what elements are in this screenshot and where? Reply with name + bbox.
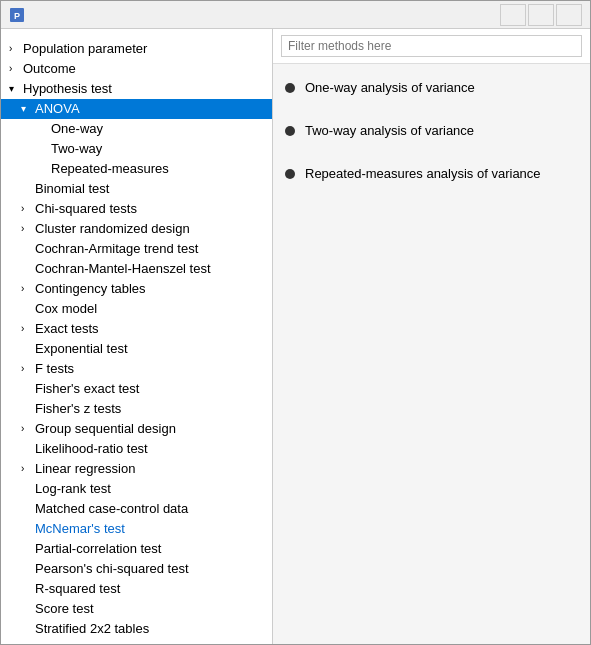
main-window: P ›Population parameter›Outcome▾Hypothes… (0, 0, 591, 645)
minimize-button[interactable] (500, 4, 526, 26)
tree-label-cluster-randomized-design: Cluster randomized design (35, 220, 268, 238)
tree-label-linear-regression: Linear regression (35, 460, 268, 478)
tree-item-contingency-tables[interactable]: ›Contingency tables (1, 279, 272, 299)
close-button[interactable] (556, 4, 582, 26)
chevron-icon-chi-squared-tests: › (21, 200, 35, 218)
tree-label-score-test: Score test (35, 600, 268, 618)
chevron-icon-group-sequential-design: › (21, 420, 35, 438)
tree-label-r-squared-test: R-squared test (35, 580, 268, 598)
tree-item-linear-regression[interactable]: ›Linear regression (1, 459, 272, 479)
chevron-icon-contingency-tables: › (21, 280, 35, 298)
tree-label-repeated-measures: Repeated-measures (51, 160, 268, 178)
tree-label-hypothesis-test: Hypothesis test (23, 80, 268, 98)
filter-input[interactable] (281, 35, 582, 57)
tree-item-fishers-exact-test[interactable]: Fisher's exact test (1, 379, 272, 399)
method-bullet-repeated-measures-anova (285, 169, 295, 179)
tree-label-cochran-mantel-haenszel-test: Cochran-Mantel-Haenszel test (35, 260, 268, 278)
chevron-icon-exact-tests: › (21, 320, 35, 338)
tree-item-score-test[interactable]: Score test (1, 599, 272, 619)
tree-item-stratified-2x2-tables[interactable]: Stratified 2x2 tables (1, 619, 272, 639)
chevron-icon-hypothesis-test: ▾ (9, 80, 23, 98)
chevron-icon-population-parameter: › (9, 40, 23, 58)
method-label-two-way-anova: Two-way analysis of variance (305, 123, 474, 138)
tree-label-matched-case-control-data: Matched case-control data (35, 500, 268, 518)
tree-label-chi-squared-tests: Chi-squared tests (35, 200, 268, 218)
tree-item-r-squared-test[interactable]: R-squared test (1, 579, 272, 599)
tree-item-cox-model[interactable]: Cox model (1, 299, 272, 319)
tree-item-cochran-mantel-haenszel-test[interactable]: Cochran-Mantel-Haenszel test (1, 259, 272, 279)
tree-label-fishers-z-tests: Fisher's z tests (35, 400, 268, 418)
tree-label-cox-model: Cox model (35, 300, 268, 318)
tree-item-population-parameter[interactable]: ›Population parameter (1, 39, 272, 59)
tree-label-population-parameter: Population parameter (23, 40, 268, 58)
tree-label-exact-tests: Exact tests (35, 320, 268, 338)
methods-header (1, 29, 272, 39)
tree-label-mcnemars-test: McNemar's test (35, 520, 268, 538)
tree-item-cluster-randomized-design[interactable]: ›Cluster randomized design (1, 219, 272, 239)
tree-label-binomial-test: Binomial test (35, 180, 268, 198)
left-panel: ›Population parameter›Outcome▾Hypothesis… (1, 29, 273, 644)
tree-item-cochran-armitage-trend-test[interactable]: Cochran-Armitage trend test (1, 239, 272, 259)
tree-label-group-sequential-design: Group sequential design (35, 420, 268, 438)
tree-item-group-sequential-design[interactable]: ›Group sequential design (1, 419, 272, 439)
tree-label-anova: ANOVA (35, 100, 268, 118)
filter-bar (273, 29, 590, 64)
method-bullet-two-way-anova (285, 126, 295, 136)
tree-item-exact-tests[interactable]: ›Exact tests (1, 319, 272, 339)
tree-label-partial-correlation-test: Partial-correlation test (35, 540, 268, 558)
tree-item-mcnemars-test[interactable]: McNemar's test (1, 519, 272, 539)
tree-item-binomial-test[interactable]: Binomial test (1, 179, 272, 199)
tree-label-cochran-armitage-trend-test: Cochran-Armitage trend test (35, 240, 268, 258)
chevron-icon-linear-regression: › (21, 460, 35, 478)
tree-item-matched-case-control-data[interactable]: Matched case-control data (1, 499, 272, 519)
maximize-button[interactable] (528, 4, 554, 26)
tree-item-t-tests[interactable]: ›t tests (1, 639, 272, 644)
tree-item-chi-squared-tests[interactable]: ›Chi-squared tests (1, 199, 272, 219)
tree-item-pearsons-chi-squared-test[interactable]: Pearson's chi-squared test (1, 559, 272, 579)
tree-item-exponential-test[interactable]: Exponential test (1, 339, 272, 359)
tree-item-log-rank-test[interactable]: Log-rank test (1, 479, 272, 499)
tree-label-outcome: Outcome (23, 60, 268, 78)
methods-list: One-way analysis of varianceTwo-way anal… (273, 64, 590, 644)
main-content: ›Population parameter›Outcome▾Hypothesis… (1, 29, 590, 644)
tree-label-pearsons-chi-squared-test: Pearson's chi-squared test (35, 560, 268, 578)
tree-item-partial-correlation-test[interactable]: Partial-correlation test (1, 539, 272, 559)
tree-label-two-way: Two-way (51, 140, 268, 158)
svg-text:P: P (14, 11, 20, 21)
method-bullet-one-way-anova (285, 83, 295, 93)
app-icon: P (9, 7, 25, 23)
chevron-icon-f-tests: › (21, 360, 35, 378)
methods-tree: ›Population parameter›Outcome▾Hypothesis… (1, 39, 272, 644)
tree-label-exponential-test: Exponential test (35, 340, 268, 358)
tree-label-fishers-exact-test: Fisher's exact test (35, 380, 268, 398)
tree-item-one-way[interactable]: One-way (1, 119, 272, 139)
chevron-icon-outcome: › (9, 60, 23, 78)
titlebar: P (1, 1, 590, 29)
tree-label-t-tests: t tests (35, 640, 268, 644)
tree-label-contingency-tables: Contingency tables (35, 280, 268, 298)
tree-label-stratified-2x2-tables: Stratified 2x2 tables (35, 620, 268, 638)
tree-label-likelihood-ratio-test: Likelihood-ratio test (35, 440, 268, 458)
tree-item-f-tests[interactable]: ›F tests (1, 359, 272, 379)
tree-item-outcome[interactable]: ›Outcome (1, 59, 272, 79)
tree-item-repeated-measures[interactable]: Repeated-measures (1, 159, 272, 179)
method-item-one-way-anova[interactable]: One-way analysis of variance (285, 80, 578, 95)
tree-item-hypothesis-test[interactable]: ▾Hypothesis test (1, 79, 272, 99)
method-label-one-way-anova: One-way analysis of variance (305, 80, 475, 95)
tree-item-fishers-z-tests[interactable]: Fisher's z tests (1, 399, 272, 419)
method-item-repeated-measures-anova[interactable]: Repeated-measures analysis of variance (285, 166, 578, 181)
chevron-icon-anova: ▾ (21, 100, 35, 118)
tree-item-likelihood-ratio-test[interactable]: Likelihood-ratio test (1, 439, 272, 459)
chevron-icon-t-tests: › (21, 640, 35, 644)
tree-item-anova[interactable]: ▾ANOVA (1, 99, 272, 119)
right-panel: One-way analysis of varianceTwo-way anal… (273, 29, 590, 644)
window-controls (500, 4, 582, 26)
method-label-repeated-measures-anova: Repeated-measures analysis of variance (305, 166, 541, 181)
tree-item-two-way[interactable]: Two-way (1, 139, 272, 159)
tree-label-one-way: One-way (51, 120, 268, 138)
tree-label-f-tests: F tests (35, 360, 268, 378)
chevron-icon-cluster-randomized-design: › (21, 220, 35, 238)
method-item-two-way-anova[interactable]: Two-way analysis of variance (285, 123, 578, 138)
tree-label-log-rank-test: Log-rank test (35, 480, 268, 498)
